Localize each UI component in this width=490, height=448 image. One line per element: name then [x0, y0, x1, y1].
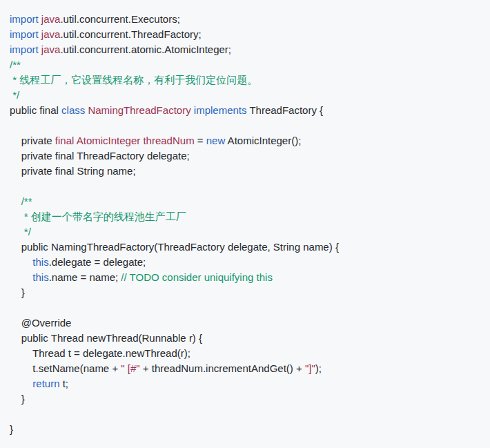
code-line: private final String name;: [10, 164, 480, 179]
code-line: import java.util.concurrent.atomic.Atomi…: [10, 42, 480, 57]
code-token-plain: private: [10, 135, 55, 146]
code-line: public Thread newThread(Runnable r) {: [10, 331, 480, 346]
code-line: import java.util.concurrent.ThreadFactor…: [10, 27, 480, 42]
code-token-plain: t;: [60, 378, 69, 389]
code-token-keyword: new: [206, 135, 226, 146]
code-line: */: [10, 88, 480, 103]
code-token-keyword: import: [10, 43, 39, 55]
code-token-plain: .util.concurrent.atomic.AtomicInteger;: [60, 43, 231, 55]
code-token-comment: */: [10, 226, 31, 237]
code-line: [10, 407, 480, 422]
code-token-plain: private final ThreadFactory delegate;: [10, 150, 190, 162]
code-token-plain: .name = name;: [49, 271, 121, 283]
code-line: [10, 179, 480, 194]
code-token-plain: .delegate = delegate;: [49, 256, 146, 268]
code-token-plain: AtomicInteger();: [225, 135, 301, 146]
code-token-plain: [10, 271, 32, 283]
code-block: import java.util.concurrent.Executors;im…: [0, 0, 490, 448]
code-token-plain: [10, 378, 32, 389]
code-token-comment: /**: [10, 195, 32, 207]
code-token-keyword: this: [32, 256, 48, 268]
code-token-plain: Thread t = delegate.newThread(r);: [10, 347, 190, 359]
code-line: }: [10, 391, 480, 407]
code-token-keyword: return: [32, 378, 59, 389]
code-token-keyword: implements: [194, 104, 247, 116]
code-line: }: [10, 422, 480, 437]
code-token-plain: public final: [10, 104, 61, 116]
code-token-comment: * 线程工厂，它设置线程名称，有利于我们定位问题。: [10, 74, 257, 86]
code-token-plain: public Thread newThread(Runnable r) {: [10, 332, 202, 344]
code-token-plain: );: [315, 362, 322, 374]
code-token-plain: ThreadFactory {: [247, 104, 324, 116]
code-line: * 线程工厂，它设置线程名称，有利于我们定位问题。: [10, 72, 480, 88]
code-line: Thread t = delegate.newThread(r);: [10, 346, 480, 361]
code-line: import java.util.concurrent.Executors;: [10, 12, 480, 27]
code-token-plain: =: [195, 135, 206, 146]
code-token-type: java: [41, 28, 61, 40]
code-line: private final AtomicInteger threadNum = …: [10, 133, 480, 148]
code-token-plain: @Override: [10, 317, 71, 329]
code-token-plain: public NamingThreadFactory(ThreadFactory…: [10, 241, 339, 253]
code-line: [10, 300, 480, 315]
code-line: public final class NamingThreadFactory i…: [10, 103, 480, 118]
code-token-keyword: class: [61, 104, 85, 116]
code-token-plain: private final String name;: [10, 165, 136, 177]
code-line: /**: [10, 57, 480, 72]
code-token-plain: .util.concurrent.ThreadFactory;: [60, 28, 201, 40]
code-token-keyword: import: [10, 28, 39, 40]
code-token-plain: }: [10, 423, 13, 435]
code-token-plain: [10, 256, 32, 268]
code-token-type: java: [41, 13, 61, 25]
code-line: this.delegate = delegate;: [10, 255, 480, 270]
code-line: this.name = name; // TODO consider uniqu…: [10, 270, 480, 285]
code-token-comment: /**: [10, 59, 21, 70]
code-token-comment: * 创建一个带名字的线程池生产工厂: [10, 211, 186, 222]
code-line: * 创建一个带名字的线程池生产工厂: [10, 209, 480, 224]
code-line: */: [10, 224, 480, 240]
code-line: private final ThreadFactory delegate;: [10, 148, 480, 164]
code-line: @Override: [10, 315, 480, 331]
code-token-type: java: [41, 43, 61, 55]
code-line: [10, 118, 480, 133]
code-token-plain: + threadNum.incrementAndGet() +: [140, 362, 305, 374]
code-token-string: " [#": [121, 362, 139, 374]
code-line: }: [10, 285, 480, 300]
code-token-keyword: import: [10, 13, 39, 25]
code-token-plain: t.setName(name +: [10, 362, 121, 374]
code-token-plain: }: [10, 286, 25, 298]
code-token-plain: .util.concurrent.Executors;: [60, 13, 179, 25]
code-token-comment: // TODO consider uniquifying this: [121, 271, 273, 283]
code-line: public NamingThreadFactory(ThreadFactory…: [10, 240, 480, 255]
code-token-comment: */: [10, 89, 19, 101]
code-token-type: final AtomicInteger threadNum: [55, 135, 195, 146]
code-token-keyword: this: [32, 271, 48, 283]
code-line: return t;: [10, 376, 480, 391]
code-token-type: NamingThreadFactory: [88, 104, 190, 116]
code-token-string: "]": [305, 362, 315, 374]
code-token-plain: }: [10, 393, 25, 405]
code-line: /**: [10, 194, 480, 209]
code-line: t.setName(name + " [#" + threadNum.incre…: [10, 361, 480, 376]
